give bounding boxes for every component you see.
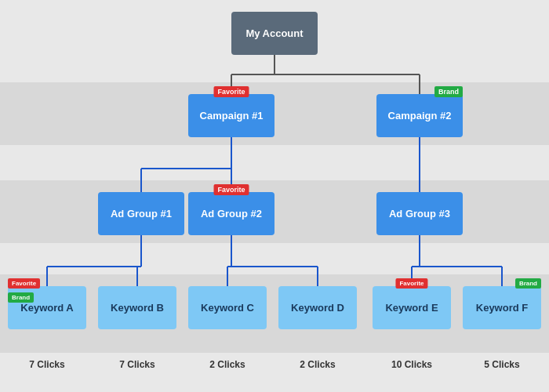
node-account[interactable]: My Account (231, 12, 318, 55)
account-label: My Account (245, 27, 303, 39)
adgroup2-badge: Favorite (213, 184, 249, 195)
tree-container: My Account Favorite Campaign #1 Brand Ca… (0, 0, 549, 392)
kwa-badge2: Brand (8, 292, 34, 303)
node-kw-b[interactable]: Keyword B (98, 286, 176, 329)
row-bg-campaigns (0, 82, 549, 145)
campaign2-badge: Brand (434, 86, 463, 97)
kwa-label: Keyword A (20, 302, 73, 314)
node-kw-a[interactable]: Favorite Brand Keyword A (8, 286, 86, 329)
kwe-badge: Favorite (395, 278, 427, 289)
kwe-label: Keyword E (385, 302, 438, 314)
kwb-label: Keyword B (111, 302, 164, 314)
adgroup3-label: Ad Group #3 (389, 208, 450, 220)
clicks-kw-a: 7 Clicks (8, 359, 86, 370)
node-campaign1[interactable]: Favorite Campaign #1 (188, 94, 274, 137)
kwf-label: Keyword F (476, 302, 528, 314)
clicks-kw-c: 2 Clicks (188, 359, 267, 370)
clicks-kw-b: 7 Clicks (98, 359, 176, 370)
adgroup2-label: Ad Group #2 (201, 208, 262, 220)
adgroup1-label: Ad Group #1 (111, 208, 172, 220)
kwd-label: Keyword D (291, 302, 344, 314)
campaign2-label: Campaign #2 (388, 110, 452, 122)
node-kw-e[interactable]: Favorite Keyword E (373, 286, 451, 329)
campaign1-label: Campaign #1 (200, 110, 264, 122)
clicks-kw-f: 5 Clicks (463, 359, 541, 370)
node-adgroup3[interactable]: Ad Group #3 (376, 192, 463, 235)
node-kw-f[interactable]: Brand Keyword F (463, 286, 541, 329)
node-kw-c[interactable]: Keyword C (188, 286, 267, 329)
campaign1-badge: Favorite (213, 86, 249, 97)
kwa-badge1: Favorite (8, 278, 40, 289)
node-adgroup1[interactable]: Ad Group #1 (98, 192, 184, 235)
node-campaign2[interactable]: Brand Campaign #2 (376, 94, 463, 137)
row-bg-adgroups (0, 180, 549, 243)
node-kw-d[interactable]: Keyword D (278, 286, 357, 329)
node-adgroup2[interactable]: Favorite Ad Group #2 (188, 192, 274, 235)
clicks-kw-d: 2 Clicks (278, 359, 357, 370)
clicks-kw-e: 10 Clicks (373, 359, 451, 370)
kwc-label: Keyword C (201, 302, 254, 314)
kwf-badge: Brand (515, 278, 541, 289)
